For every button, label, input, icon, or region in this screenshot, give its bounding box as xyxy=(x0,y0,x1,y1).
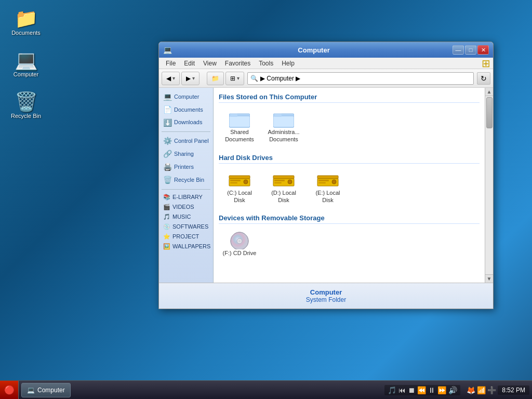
f-drive-item[interactable]: (F:) CD Drive xyxy=(219,228,260,259)
scroll-thumb[interactable] xyxy=(486,97,493,128)
svg-point-24 xyxy=(332,180,336,184)
back-icon: ◀ xyxy=(166,75,171,82)
svg-rect-20 xyxy=(317,176,338,179)
go-arrow-icon: ↻ xyxy=(481,74,487,83)
svg-point-19 xyxy=(288,180,292,184)
toolbar: ◀ ▾ ▶ ▾ 📁 ⊞ ▾ 🔍 ▶ Computer ▶ ↻ xyxy=(159,69,493,88)
shared-documents-item[interactable]: Shared Documents xyxy=(219,107,260,146)
tray-ff-icon[interactable]: ⏩ xyxy=(437,386,446,394)
sidebar-item-printers[interactable]: 🖨️ Printers xyxy=(159,161,213,174)
minimize-button[interactable]: — xyxy=(453,45,464,55)
scroll-down-icon: ▼ xyxy=(487,276,492,282)
tray-rew-icon[interactable]: ⏪ xyxy=(417,386,426,394)
wallpapers-icon: 🖼️ xyxy=(163,243,170,250)
folders-button[interactable]: 📁 xyxy=(207,72,224,85)
sidebar: 💻 Computer 📄 Documents ⬇️ Downloads xyxy=(159,88,214,283)
main-content: Files Stored on This Computer Shared Doc… xyxy=(214,88,485,283)
windows-logo: ⊞ xyxy=(482,58,490,69)
svg-rect-7 xyxy=(273,116,294,127)
tray-network-icon: 📶 xyxy=(477,386,486,394)
tray-prev-icon[interactable]: ⏮ xyxy=(398,386,406,394)
c-drive-item[interactable]: (C:) Local Disk xyxy=(219,168,260,207)
e-drive-item[interactable]: (E:) Local Disk xyxy=(307,168,349,207)
hdd-icon-c xyxy=(228,170,251,189)
sidebar-item-downloads[interactable]: ⬇️ Downloads xyxy=(159,116,213,129)
system-clock: 8:52 PM xyxy=(498,385,529,395)
svg-point-28 xyxy=(238,240,241,242)
control-panel-icon: ⚙️ xyxy=(163,137,172,145)
computer-sidebar-icon: 💻 xyxy=(163,92,172,101)
status-description: System Folder xyxy=(306,296,346,303)
tray-stop-icon[interactable]: ⏹ xyxy=(408,386,415,394)
desktop: 📁 Documents 💻 Computer 🗑️ Recycle Bin 💻 … xyxy=(0,0,532,399)
views-button[interactable]: ⊞ ▾ xyxy=(225,72,244,85)
svg-rect-15 xyxy=(273,176,294,179)
recycle-bin-icon: 🗑️ xyxy=(15,91,38,113)
scrollbar[interactable]: ▲ ▼ xyxy=(485,88,493,283)
section1-header: Files Stored on This Computer xyxy=(219,93,480,103)
sidebar-item-elibrary[interactable]: 📚 E-LIBRARY xyxy=(159,192,213,202)
scroll-up-button[interactable]: ▲ xyxy=(485,88,493,96)
window-controls: — □ ✕ xyxy=(453,45,489,55)
back-arrow: ▾ xyxy=(172,75,175,81)
sidebar-item-videos[interactable]: 🎬 VIDEOS xyxy=(159,202,213,212)
files-grid: Shared Documents Administra... Documents xyxy=(219,107,480,146)
menu-favorites[interactable]: Favorites xyxy=(221,59,255,68)
sidebar-item-control-panel[interactable]: ⚙️ Control Panel xyxy=(159,135,213,148)
section3-header: Devices with Removable Storage xyxy=(219,214,480,224)
hdd-icon-e xyxy=(316,170,339,189)
f-drive-label: (F:) CD Drive xyxy=(223,249,257,257)
scroll-down-button[interactable]: ▼ xyxy=(485,274,493,283)
hdd-grid: (C:) Local Disk (D:) Local Disk xyxy=(219,168,480,207)
svg-rect-23 xyxy=(318,182,326,183)
sidebar-item-documents[interactable]: 📄 Documents xyxy=(159,103,213,116)
menu-tools[interactable]: Tools xyxy=(255,59,277,68)
sidebar-item-project[interactable]: ⭐ PROJECT xyxy=(159,232,213,242)
back-button[interactable]: ◀ ▾ xyxy=(162,72,180,85)
start-button[interactable]: 🔴 xyxy=(0,381,19,400)
computer-window: 💻 Computer — □ ✕ File Edit View Favorite… xyxy=(158,42,494,309)
sidebar-item-softwares[interactable]: 💿 SOFTWARES xyxy=(159,222,213,232)
svg-rect-9 xyxy=(274,114,282,117)
svg-rect-2 xyxy=(229,116,250,127)
sidebar-item-recycle-bin[interactable]: 🗑️ Recycle Bin xyxy=(159,174,213,187)
time-text: 8:52 PM xyxy=(502,387,525,394)
scroll-track[interactable] xyxy=(485,96,493,274)
svg-rect-22 xyxy=(318,180,329,181)
desktop-icon-recycle-bin[interactable]: 🗑️ Recycle Bin xyxy=(8,91,44,119)
recycle-bin-sidebar-icon: 🗑️ xyxy=(163,176,172,184)
sidebar-item-computer[interactable]: 💻 Computer xyxy=(159,90,213,103)
svg-point-14 xyxy=(244,180,248,184)
close-button[interactable]: ✕ xyxy=(477,45,489,55)
forward-button[interactable]: ▶ ▾ xyxy=(181,72,200,85)
d-drive-label: (D:) Local Disk xyxy=(265,189,302,204)
recycle-bin-label: Recycle Bin xyxy=(11,113,41,119)
window-titlebar: 💻 Computer — □ ✕ xyxy=(159,42,493,58)
desktop-icon-computer[interactable]: 💻 Computer xyxy=(8,49,44,78)
taskbar-window-item[interactable]: 💻 Computer xyxy=(21,383,71,397)
maximize-button[interactable]: □ xyxy=(465,45,476,55)
tray-add-icon: ➕ xyxy=(487,386,496,394)
sidebar-item-sharing[interactable]: 🔗 Sharing xyxy=(159,148,213,161)
status-name: Computer xyxy=(310,288,342,296)
shared-documents-label: Shared Documents xyxy=(221,128,258,143)
softwares-icon: 💿 xyxy=(163,223,170,230)
address-go-button[interactable]: ↻ xyxy=(477,72,490,85)
tray-winamp-icon: 🎵 xyxy=(388,386,396,394)
taskbar: 🔴 💻 Computer 🎵 ⏮ ⏹ ⏪ ⏸ ⏩ 🔊 🦊 📶 ➕ 8:52 PM xyxy=(0,380,532,399)
sidebar-item-music[interactable]: 🎵 MUSIC xyxy=(159,212,213,222)
svg-rect-10 xyxy=(229,176,250,179)
d-drive-item[interactable]: (D:) Local Disk xyxy=(263,168,304,207)
menu-help[interactable]: Help xyxy=(277,59,299,68)
status-bar: Computer System Folder xyxy=(159,283,493,309)
views-icon: ⊞ xyxy=(230,75,235,82)
tray-volume-icon[interactable]: 🔊 xyxy=(448,386,457,394)
tray-pause-icon[interactable]: ⏸ xyxy=(428,386,435,394)
sidebar-item-wallpapers[interactable]: 🖼️ WALLPAPERS xyxy=(159,242,213,251)
e-drive-label: (E:) Local Disk xyxy=(310,189,346,204)
menu-edit[interactable]: Edit xyxy=(180,59,199,68)
menu-file[interactable]: File xyxy=(162,59,180,68)
admin-documents-item[interactable]: Administra... Documents xyxy=(263,107,304,146)
desktop-icon-documents[interactable]: 📁 Documents xyxy=(8,8,44,36)
menu-view[interactable]: View xyxy=(199,59,221,68)
